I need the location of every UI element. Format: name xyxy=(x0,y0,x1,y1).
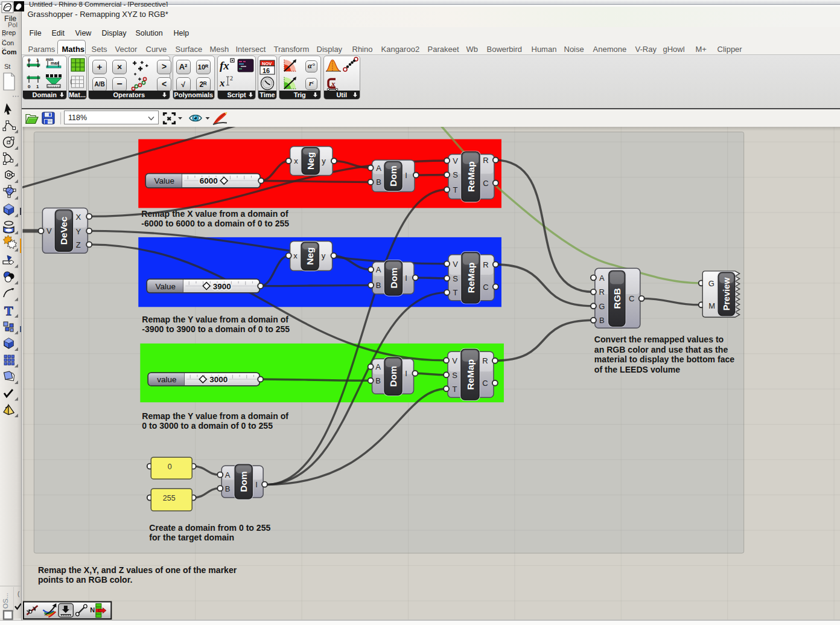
svg-text:3900: 3900 xyxy=(213,281,231,290)
svg-text:Con: Con xyxy=(2,39,14,46)
svg-text:x: x xyxy=(294,156,298,165)
svg-text:Com: Com xyxy=(2,48,17,56)
svg-text:A: A xyxy=(376,265,381,274)
svg-text:RGB: RGB xyxy=(612,288,622,309)
svg-text:OS...: OS... xyxy=(2,593,9,609)
svg-text:for the target domain: for the target domain xyxy=(149,532,234,542)
svg-text:R: R xyxy=(482,356,488,365)
svg-text:C: C xyxy=(482,379,488,388)
svg-text:-3900 to 3900 to a domain of 0: -3900 to 3900 to a domain of 0 to 255 xyxy=(142,324,290,334)
svg-text:1: 1 xyxy=(36,84,39,89)
svg-text:T: T xyxy=(453,185,458,194)
svg-text:S: S xyxy=(452,370,457,379)
svg-text:I: I xyxy=(255,480,258,489)
svg-text:y: y xyxy=(322,156,326,165)
svg-text:S: S xyxy=(453,170,458,179)
svg-text:Dom: Dom xyxy=(388,366,398,386)
svg-text:Dom: Dom xyxy=(238,471,249,492)
svg-text:V: V xyxy=(453,156,458,165)
svg-text:x: x xyxy=(331,79,336,88)
svg-text:M: M xyxy=(708,301,715,310)
svg-text:0: 0 xyxy=(28,84,31,89)
svg-text:Neg: Neg xyxy=(305,152,316,169)
svg-text:Remap the Y value from a domai: Remap the Y value from a domain of xyxy=(142,411,288,420)
svg-text:Dom: Dom xyxy=(388,165,398,186)
svg-text:Neg: Neg xyxy=(305,247,315,264)
svg-text:an RGB color and use that as t: an RGB color and use that as the xyxy=(594,344,728,354)
svg-text:value: value xyxy=(157,374,176,383)
svg-text:S: S xyxy=(453,274,458,283)
svg-text:0: 0 xyxy=(168,462,172,470)
svg-text:I: I xyxy=(405,369,407,378)
svg-text:ReMap: ReMap xyxy=(466,161,476,192)
svg-text:T: T xyxy=(4,303,13,318)
svg-text:B: B xyxy=(376,178,381,187)
svg-text:X: X xyxy=(76,212,81,221)
svg-text:of the LEEDS volume: of the LEEDS volume xyxy=(594,364,681,374)
svg-text:Z: Z xyxy=(76,240,81,249)
svg-text:2: 2 xyxy=(230,75,233,82)
svg-text:x: x xyxy=(293,251,298,260)
svg-text:B: B xyxy=(599,316,605,325)
svg-text:255: 255 xyxy=(163,494,176,502)
svg-text:max: max xyxy=(51,61,59,65)
svg-text:A: A xyxy=(375,362,381,371)
svg-text:Dom: Dom xyxy=(389,268,399,288)
svg-text:6000: 6000 xyxy=(200,176,218,185)
svg-text:I: I xyxy=(405,273,407,282)
svg-text:NOV: NOV xyxy=(262,61,272,66)
svg-text:B: B xyxy=(225,484,231,493)
svg-text:R: R xyxy=(483,155,488,164)
svg-text:T: T xyxy=(453,288,458,297)
svg-text:G: G xyxy=(708,279,714,288)
svg-text:x: x xyxy=(219,77,225,89)
svg-text:R: R xyxy=(599,287,605,296)
svg-text:Preview: Preview xyxy=(722,277,731,310)
svg-text:A: A xyxy=(376,163,381,172)
svg-text:(: ( xyxy=(18,591,20,597)
svg-text:St: St xyxy=(4,63,10,70)
svg-text:A: A xyxy=(225,470,231,479)
svg-text:ReMap: ReMap xyxy=(466,262,476,293)
svg-text:fx: fx xyxy=(220,59,229,72)
svg-text:Create a domain from 0 to 255: Create a domain from 0 to 255 xyxy=(149,522,270,532)
svg-text:y: y xyxy=(322,251,326,260)
svg-text:points to an RGB color.: points to an RGB color. xyxy=(38,574,132,584)
svg-text:0 to 3000 to a domain of 0 to: 0 to 3000 to a domain of 0 to 255 xyxy=(142,420,273,430)
svg-text:V: V xyxy=(46,226,52,236)
svg-text:A: A xyxy=(599,273,605,282)
svg-text:V: V xyxy=(453,259,458,268)
svg-text:C: C xyxy=(483,178,488,187)
svg-text:Pol: Pol xyxy=(8,21,18,28)
svg-text:Remap the Y value from a domai: Remap the Y value from a domain of xyxy=(142,315,288,324)
svg-text:G: G xyxy=(599,301,605,310)
svg-text:ReMap: ReMap xyxy=(465,359,476,389)
svg-text:16: 16 xyxy=(262,67,270,74)
svg-text:V: V xyxy=(452,356,457,365)
svg-text:Remap the X value from a domai: Remap the X value from a domain of xyxy=(141,208,288,218)
svg-text:material to display the bottom: material to display the bottom face xyxy=(594,354,735,364)
svg-text:C: C xyxy=(483,282,488,291)
svg-text:3000: 3000 xyxy=(209,374,228,383)
svg-text:Y: Y xyxy=(76,226,81,236)
svg-text:DeVec: DeVec xyxy=(59,216,69,245)
svg-text:Value: Value xyxy=(156,281,176,290)
svg-text:C: C xyxy=(629,294,634,303)
svg-text:R: R xyxy=(483,260,488,269)
svg-text:Value: Value xyxy=(154,176,174,185)
svg-text:T: T xyxy=(453,384,457,393)
svg-text:-6000 to 6000 to a domain of 0: -6000 to 6000 to a domain of 0 to 255 xyxy=(141,218,289,228)
svg-text:Brep: Brep xyxy=(2,29,16,36)
svg-text:Remap the X,Y, and Z values of: Remap the X,Y, and Z values of one of th… xyxy=(38,565,237,574)
svg-text:I: I xyxy=(405,170,407,179)
svg-text:Convert the remapped values to: Convert the remapped values to xyxy=(594,335,724,344)
svg-text:B: B xyxy=(375,376,381,385)
svg-text:B: B xyxy=(376,281,381,290)
svg-text:N: N xyxy=(90,606,95,614)
